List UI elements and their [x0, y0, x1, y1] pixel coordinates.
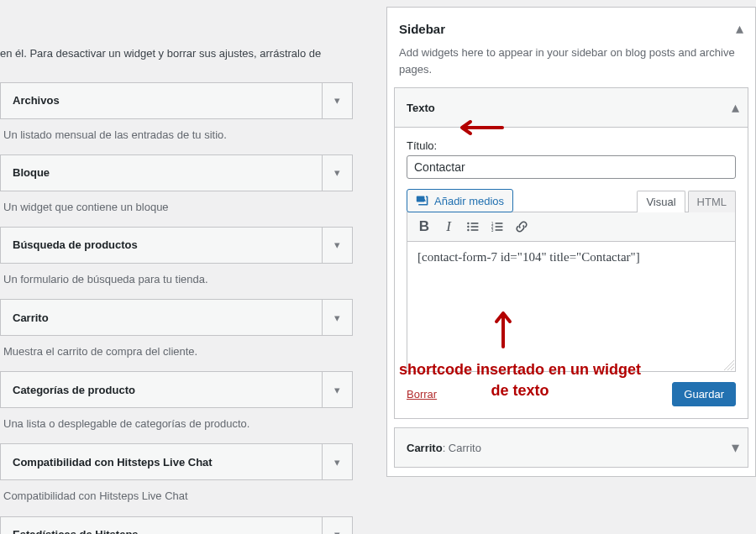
widget-desc: Compatibilidad con Hitsteps Live Chat [0, 480, 353, 507]
numbered-list-button[interactable]: 123 [486, 215, 509, 238]
texto-widget-title: Texto [407, 102, 435, 114]
annotation-arrow-icon [491, 308, 516, 348]
caret-up-icon: ▴ [732, 98, 739, 117]
svg-rect-9 [496, 226, 503, 228]
widget-title: Bloque [1, 166, 50, 179]
widget-item-bloque[interactable]: Bloque ▾ [0, 154, 353, 191]
widget-item-hitsteps-chat[interactable]: Compatibilidad con Hitsteps Live Chat ▾ [0, 443, 353, 480]
title-label: Título: [407, 139, 736, 152]
svg-rect-11 [496, 229, 503, 231]
widget-title: Búsqueda de productos [1, 238, 138, 251]
intro-text: en él. Para desactivar un widget y borra… [0, 0, 353, 74]
sidebar-desc: Add widgets here to appear in your sideb… [387, 44, 755, 87]
tab-visual[interactable]: Visual [637, 191, 685, 212]
collapsed-widget-label: Carrito: Carrito [407, 442, 481, 454]
widget-item-categorias[interactable]: Categorías de producto ▾ [0, 371, 353, 408]
widget-item-carrito[interactable]: Carrito ▾ [0, 299, 353, 336]
annotation-text: shortcode insertado en un widget de text… [398, 359, 642, 401]
editor-toolbar: B I 123 [407, 212, 736, 242]
bold-button[interactable]: B [412, 215, 436, 238]
sidebar-header[interactable]: Sidebar ▴ [387, 8, 755, 44]
add-media-button[interactable]: Añadir medios [407, 189, 513, 212]
chevron-down-icon: ▾ [322, 155, 352, 191]
widget-title: Carrito [1, 312, 49, 324]
widget-desc: Un listado mensual de las entradas de tu… [0, 119, 353, 146]
title-input[interactable] [407, 155, 736, 179]
svg-point-4 [467, 229, 469, 231]
link-button[interactable] [510, 215, 533, 238]
caret-down-icon: ▾ [732, 438, 739, 457]
add-media-label: Añadir medios [434, 195, 504, 207]
chevron-down-icon: ▾ [322, 444, 352, 479]
svg-rect-7 [496, 222, 503, 224]
widget-desc: Muestra el carrito de compra del cliente… [0, 336, 353, 363]
texto-widget-header[interactable]: Texto ▴ [395, 88, 748, 128]
annotation-arrow-icon [454, 118, 504, 138]
widget-title: Archivos [1, 94, 60, 107]
widget-title: Estadísticas de Hitsteps [1, 528, 139, 534]
widget-desc: Un widget que contiene un bloque [0, 191, 353, 218]
collapsed-widget-carrito[interactable]: Carrito: Carrito ▾ [394, 427, 748, 468]
resize-handle-icon[interactable] [724, 360, 734, 370]
chevron-down-icon: ▾ [322, 517, 352, 534]
chevron-down-icon: ▾ [322, 228, 352, 263]
svg-rect-5 [471, 229, 479, 231]
widget-desc: Un formulario de búsqueda para tu tienda… [0, 264, 353, 291]
italic-button[interactable]: I [437, 215, 460, 238]
svg-rect-3 [471, 226, 479, 228]
svg-text:3: 3 [491, 228, 494, 233]
widget-title: Compatibilidad con Hitsteps Live Chat [1, 456, 213, 469]
sidebar-title: Sidebar [399, 22, 445, 36]
widget-item-busqueda[interactable]: Búsqueda de productos ▾ [0, 227, 353, 264]
caret-up-icon: ▴ [736, 19, 743, 38]
chevron-down-icon: ▾ [322, 83, 352, 118]
widget-item-hitsteps-stats[interactable]: Estadísticas de Hitsteps ▾ [0, 516, 353, 534]
svg-point-0 [467, 222, 469, 224]
editor-content-area[interactable]: [contact-form-7 id="104" title="Contacta… [407, 242, 736, 372]
save-button[interactable]: Guardar [672, 382, 736, 406]
editor-shortcode: [contact-form-7 id="104" title="Contacta… [417, 250, 640, 264]
widget-desc: Una lista o desplegable de categorías de… [0, 408, 353, 435]
widget-title: Categorías de producto [1, 384, 135, 396]
bulleted-list-button[interactable] [461, 215, 485, 238]
widget-item-archivos[interactable]: Archivos ▾ [0, 82, 353, 119]
media-icon [416, 194, 429, 207]
chevron-down-icon: ▾ [322, 300, 352, 335]
sidebar-panel: Sidebar ▴ Add widgets here to appear in … [386, 7, 756, 477]
svg-rect-1 [471, 222, 479, 224]
tab-html[interactable]: HTML [688, 191, 736, 212]
svg-point-2 [467, 226, 469, 228]
chevron-down-icon: ▾ [322, 372, 352, 407]
